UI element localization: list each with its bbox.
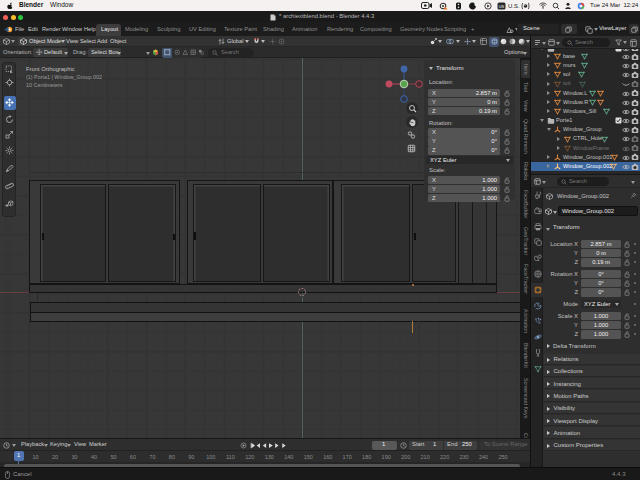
svg-text:US: US <box>499 3 505 8</box>
